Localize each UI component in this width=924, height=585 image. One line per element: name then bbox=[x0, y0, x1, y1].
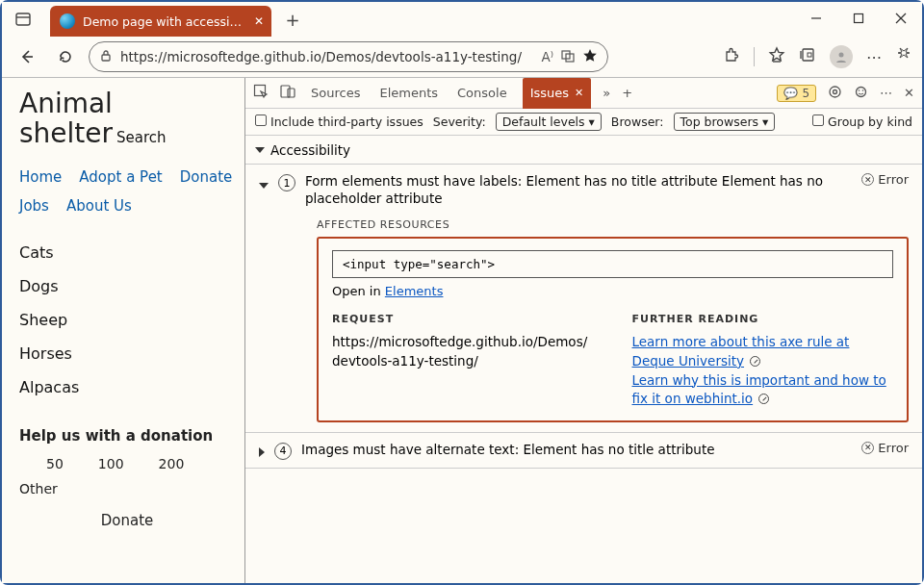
amount-option[interactable]: 200 bbox=[159, 456, 185, 471]
tab-elements[interactable]: Elements bbox=[375, 78, 442, 109]
window-close-button[interactable] bbox=[880, 2, 922, 35]
third-party-checkbox[interactable]: Include third-party issues bbox=[255, 114, 424, 129]
close-icon[interactable]: ✕ bbox=[575, 87, 583, 99]
browser-select[interactable]: Top browsers ▾ bbox=[674, 113, 776, 131]
tab-title: Demo page with accessibility iss bbox=[83, 14, 246, 29]
affected-box: <input type="search"> Open in Elements R… bbox=[317, 237, 909, 421]
address-bar[interactable]: https://microsoftedge.github.io/Demos/de… bbox=[89, 41, 608, 72]
svg-point-14 bbox=[839, 53, 844, 58]
devtools-tabstrip: Sources Elements Console Issues✕ » + 💬5 … bbox=[245, 78, 922, 109]
window-titlebar: Demo page with accessibility iss ✕ + bbox=[2, 2, 922, 37]
severity-badge: ✕Error bbox=[861, 441, 909, 455]
more-icon[interactable]: ⋯ bbox=[880, 86, 892, 100]
chevron-down-icon bbox=[259, 183, 269, 189]
group-by-kind-checkbox[interactable]: Group by kind bbox=[812, 114, 912, 129]
nav-donate[interactable]: Donate bbox=[180, 163, 233, 191]
device-toggle-icon[interactable] bbox=[280, 84, 295, 102]
nav-home[interactable]: Home bbox=[19, 163, 62, 191]
window-maximize-button[interactable] bbox=[837, 2, 880, 35]
list-item[interactable]: Alpacas bbox=[19, 378, 235, 396]
tab-sources[interactable]: Sources bbox=[307, 78, 364, 109]
tab-console[interactable]: Console bbox=[453, 78, 511, 109]
open-in: Open in Elements bbox=[332, 284, 893, 298]
svg-point-22 bbox=[862, 89, 864, 91]
more-tabs-icon[interactable]: » bbox=[603, 86, 610, 100]
open-in-elements-link[interactable]: Elements bbox=[385, 284, 444, 298]
extensions-icon[interactable] bbox=[723, 46, 740, 67]
error-icon: ✕ bbox=[861, 442, 874, 454]
add-tab-button[interactable]: + bbox=[622, 86, 632, 100]
svg-point-19 bbox=[834, 89, 837, 93]
request-url: https://microsoftedge.github.io/Demos/de… bbox=[332, 333, 594, 370]
search-label: Search bbox=[116, 129, 167, 146]
favorites-icon[interactable] bbox=[768, 46, 785, 67]
affected-label: AFFECTED RESOURCES bbox=[317, 218, 909, 231]
severity-badge: ✕Error bbox=[861, 172, 909, 187]
affected-element-code[interactable]: <input type="search"> bbox=[332, 250, 893, 278]
devtools-close-button[interactable]: ✕ bbox=[904, 86, 914, 100]
site-info-icon[interactable] bbox=[99, 49, 113, 65]
settings-icon[interactable] bbox=[828, 85, 842, 102]
list-item[interactable]: Cats bbox=[19, 243, 235, 262]
svg-rect-7 bbox=[102, 55, 110, 61]
copilot-icon[interactable] bbox=[895, 46, 912, 67]
menu-button[interactable]: ⋯ bbox=[866, 48, 882, 66]
inspect-icon[interactable] bbox=[253, 84, 269, 102]
refresh-button[interactable] bbox=[50, 41, 81, 72]
chevron-down-icon bbox=[255, 147, 265, 153]
external-link-icon bbox=[758, 394, 769, 404]
primary-nav: Home Adopt a Pet Donate Jobs About Us bbox=[19, 163, 235, 220]
issues-count-badge[interactable]: 💬5 bbox=[777, 85, 816, 102]
devtools-pane: Sources Elements Console Issues✕ » + 💬5 … bbox=[244, 78, 922, 583]
issue-title: Images must have alternate text: Element… bbox=[301, 441, 852, 458]
amount-option[interactable]: 50 bbox=[46, 456, 64, 471]
list-item[interactable]: Horses bbox=[19, 344, 235, 363]
favorite-icon[interactable] bbox=[582, 48, 598, 66]
donate-button[interactable]: Donate bbox=[19, 512, 235, 529]
issue-count: 4 bbox=[274, 443, 292, 460]
read-aloud-icon[interactable]: A⁾ bbox=[541, 49, 553, 64]
error-icon: ✕ bbox=[861, 173, 874, 186]
svg-point-21 bbox=[859, 89, 860, 91]
svg-point-20 bbox=[857, 87, 866, 96]
tab-issues[interactable]: Issues✕ bbox=[523, 78, 592, 109]
list-item[interactable]: Sheep bbox=[19, 311, 235, 329]
collections-icon[interactable] bbox=[799, 46, 816, 67]
list-item[interactable]: Dogs bbox=[19, 277, 235, 295]
url-text: https://microsoftedge.github.io/Demos/de… bbox=[120, 49, 533, 64]
category-accessibility[interactable]: Accessibility bbox=[245, 136, 922, 165]
amount-option[interactable]: 100 bbox=[98, 456, 124, 471]
new-tab-button[interactable]: + bbox=[279, 6, 306, 33]
webpage-pane[interactable]: Animal shelterSearch Home Adopt a Pet Do… bbox=[2, 78, 244, 583]
svg-rect-13 bbox=[808, 53, 811, 57]
request-label: REQUEST bbox=[332, 312, 594, 327]
svg-rect-17 bbox=[288, 89, 295, 97]
nav-about[interactable]: About Us bbox=[66, 191, 132, 220]
issues-filter-bar: Include third-party issues Severity: Def… bbox=[245, 109, 922, 136]
external-link-icon bbox=[750, 356, 760, 367]
feedback-icon[interactable] bbox=[854, 85, 868, 102]
page-title: Animal shelter bbox=[19, 88, 113, 149]
further-link[interactable]: Learn more about this axe rule at Deque … bbox=[632, 334, 850, 369]
browser-toolbar: https://microsoftedge.github.io/Demos/de… bbox=[2, 37, 922, 77]
divider bbox=[754, 47, 755, 66]
issue-row[interactable]: 4 Images must have alternate text: Eleme… bbox=[245, 432, 922, 469]
tab-actions-icon[interactable] bbox=[10, 6, 37, 33]
donation-section: Help us with a donation 50 100 200 Other… bbox=[19, 427, 235, 529]
severity-select[interactable]: Default levels ▾ bbox=[496, 113, 602, 131]
back-button[interactable] bbox=[12, 41, 42, 72]
amount-other[interactable]: Other bbox=[19, 481, 235, 496]
profile-button[interactable] bbox=[830, 45, 853, 68]
issue-title: Form elements must have labels: Element … bbox=[305, 172, 852, 207]
animals-list: Cats Dogs Sheep Horses Alpacas bbox=[19, 243, 235, 396]
tab-close-button[interactable]: ✕ bbox=[254, 14, 264, 28]
browser-tab[interactable]: Demo page with accessibility iss ✕ bbox=[50, 6, 271, 37]
severity-label: Severity: bbox=[433, 114, 486, 129]
nav-jobs[interactable]: Jobs bbox=[19, 191, 49, 220]
window-minimize-button[interactable] bbox=[795, 2, 837, 35]
translate-icon[interactable] bbox=[561, 49, 575, 65]
issue-row[interactable]: 1 Form elements must have labels: Elemen… bbox=[245, 165, 922, 215]
issue-count: 1 bbox=[278, 174, 295, 191]
svg-rect-3 bbox=[855, 14, 863, 23]
nav-adopt[interactable]: Adopt a Pet bbox=[79, 163, 162, 191]
